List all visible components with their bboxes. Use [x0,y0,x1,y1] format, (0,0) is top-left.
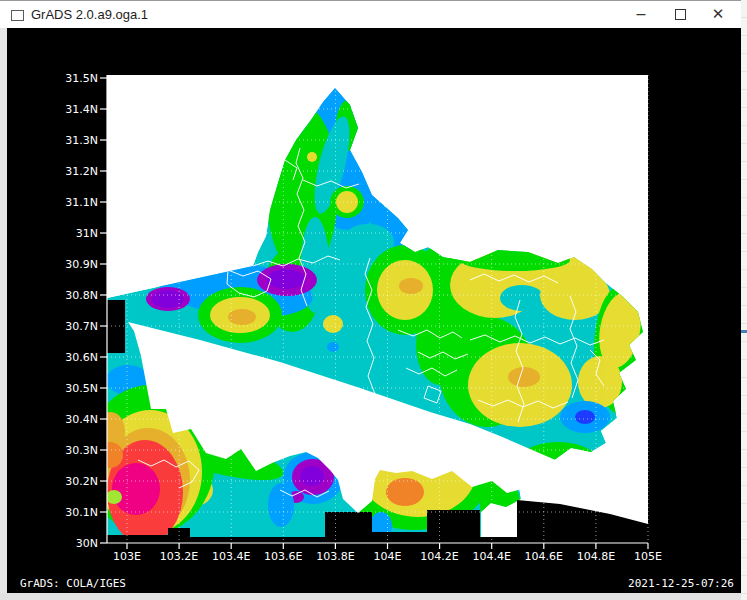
x-tick-label: 104.2E [420,550,458,563]
maximize-icon [675,9,686,20]
window-icon [11,10,24,21]
window-frame-bottom [0,593,741,600]
y-tick-label: 31.5N [65,72,98,85]
y-tick-label: 30.5N [65,382,98,395]
x-tick-label: 103.4E [212,550,250,563]
y-tick-label: 31.3N [65,134,98,147]
y-tick-label: 31N [76,227,98,240]
minimize-button[interactable]: – [621,0,661,28]
grads-window: 103E103.2E103.4E103.6E103.8E104E104.2E10… [0,0,747,600]
window-title: GrADS 2.0.a9.oga.1 [31,7,148,22]
close-button[interactable]: ✕ [698,0,738,28]
x-tick-label: 103.6E [264,550,302,563]
y-tick-label: 31.1N [65,196,98,209]
x-tick-label: 105E [634,550,662,563]
x-tick-label: 103.2E [160,550,198,563]
y-tick-label: 30.2N [65,475,98,488]
y-tick-label: 30.7N [65,320,98,333]
y-tick-label: 31.2N [65,165,98,178]
x-tick-label: 104.8E [577,550,615,563]
x-tick-label: 104E [374,550,402,563]
x-tick-label: 103E [113,550,141,563]
y-tick-label: 30.4N [65,413,98,426]
x-tick-label: 103.8E [316,550,354,563]
maximize-button[interactable] [660,0,700,28]
grads-timestamp-text: 2021-12-25-07:26 [628,577,734,590]
y-tick-label: 30.8N [65,289,98,302]
background-window-edge [741,0,747,600]
grads-plot-svg: 103E103.2E103.4E103.6E103.8E104E104.2E10… [0,0,747,600]
y-tick-label: 30.9N [65,258,98,271]
y-tick-label: 30N [76,537,98,550]
background-window-accent-line [741,330,747,333]
x-tick-label: 104.4E [472,550,510,563]
y-tick-label: 30.3N [65,444,98,457]
y-tick-label: 30.1N [65,506,98,519]
y-tick-label: 30.6N [65,351,98,364]
y-tick-label: 31.4N [65,103,98,116]
grads-credit-text: GrADS: COLA/IGES [20,577,126,590]
x-tick-label: 104.6E [525,550,563,563]
